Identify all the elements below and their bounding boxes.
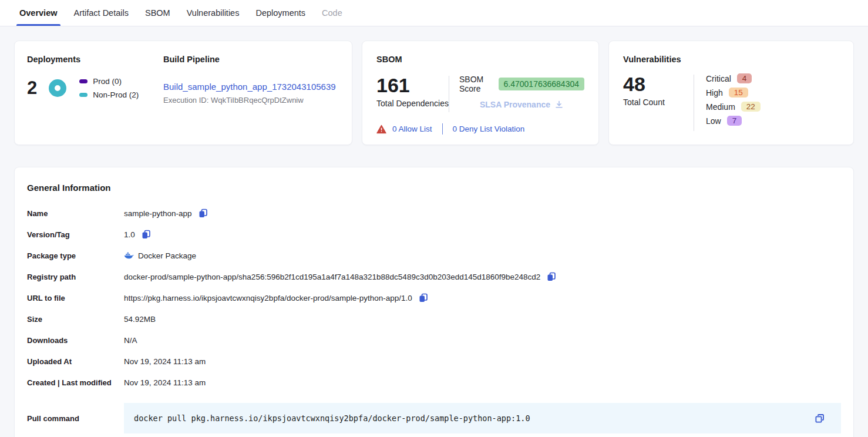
high-count-badge: 15 bbox=[729, 88, 748, 98]
execution-id-text: Execution ID: WqkTiIbBRqecQrpDtZwniw bbox=[163, 96, 336, 105]
package-type-label: Package type bbox=[27, 251, 124, 260]
docker-icon bbox=[124, 251, 133, 260]
uploaded-at-label: Uploaded At bbox=[27, 357, 124, 366]
registry-path-value: docker-prod/sample-python-app/sha256:596… bbox=[124, 273, 540, 281]
copy-icon bbox=[198, 208, 208, 218]
size-value: 54.92MB bbox=[124, 315, 156, 324]
tab-overview[interactable]: Overview bbox=[19, 0, 58, 26]
vulnerabilities-total-count: 48 bbox=[623, 73, 694, 95]
info-row-package-type: Package type Docker Package bbox=[27, 249, 841, 262]
copy-icon bbox=[546, 271, 557, 282]
download-icon bbox=[554, 100, 564, 109]
high-label: High bbox=[706, 88, 723, 98]
copy-outline-icon bbox=[814, 413, 825, 423]
name-value: sample-python-app bbox=[124, 209, 192, 218]
low-label: Low bbox=[706, 116, 721, 126]
slsa-provenance-label: SLSA Provenance bbox=[480, 100, 550, 109]
pull-command-label: Pull command bbox=[27, 414, 124, 423]
general-information-card: General Information Name sample-python-a… bbox=[14, 167, 854, 437]
info-row-created-modified: Created | Last modified Nov 19, 2024 11:… bbox=[27, 376, 841, 389]
sbom-card: SBOM 161 Total Dependencies SBOM Score 6… bbox=[362, 41, 599, 145]
critical-count-badge: 4 bbox=[737, 73, 752, 83]
allow-list-link[interactable]: 0 Allow List bbox=[392, 125, 432, 133]
tab-artifact-details[interactable]: Artifact Details bbox=[73, 0, 129, 26]
pull-command-value: docker pull pkg.harness.io/ikpsjoavtcwxn… bbox=[134, 414, 813, 423]
summary-cards-row: Deployments 2 Prod (0) bbox=[14, 41, 854, 145]
deployments-total-count: 2 bbox=[27, 78, 37, 99]
general-information-title: General Information bbox=[27, 183, 841, 193]
downloads-value: N/A bbox=[124, 336, 137, 345]
downloads-label: Downloads bbox=[27, 336, 124, 345]
prod-legend-label: Prod (0) bbox=[93, 77, 122, 86]
sbom-score-badge: 6.470017636684304 bbox=[499, 78, 584, 90]
version-tag-label: Version/Tag bbox=[27, 230, 124, 239]
info-row-pull-command: Pull command docker pull pkg.harness.io/… bbox=[27, 403, 841, 433]
info-row-url: URL to file https://pkg.harness.io/ikpsj… bbox=[27, 291, 841, 304]
tab-sbom[interactable]: SBOM bbox=[144, 0, 171, 26]
sbom-total-dependencies-label: Total Dependencies bbox=[376, 99, 449, 108]
slsa-provenance-link[interactable]: SLSA Provenance bbox=[459, 100, 584, 109]
uploaded-at-value: Nov 19, 2024 11:13 am bbox=[124, 357, 206, 366]
nonprod-legend-dot bbox=[79, 93, 88, 97]
copy-icon bbox=[141, 229, 152, 240]
artifact-overview-page: Overview Artifact Details SBOM Vulnerabi… bbox=[0, 0, 868, 437]
info-row-registry-path: Registry path docker-prod/sample-python-… bbox=[27, 270, 841, 283]
sbom-total-dependencies-count: 161 bbox=[376, 75, 449, 96]
warning-icon bbox=[376, 125, 386, 134]
deployments-card: Deployments 2 Prod (0) bbox=[14, 41, 352, 145]
severity-row-medium: Medium 22 bbox=[706, 102, 761, 112]
nonprod-legend-label: Non-Prod (2) bbox=[93, 90, 139, 99]
created-modified-value: Nov 19, 2024 11:13 am bbox=[124, 378, 206, 387]
tab-code: Code bbox=[321, 0, 343, 26]
name-label: Name bbox=[27, 209, 124, 218]
build-pipeline-link[interactable]: Build_sample_python_app_1732043105639 bbox=[163, 82, 336, 92]
severity-row-high: High 15 bbox=[706, 88, 761, 98]
copy-url-button[interactable] bbox=[418, 293, 429, 303]
url-to-file-label: URL to file bbox=[27, 294, 124, 302]
version-tag-value: 1.0 bbox=[124, 230, 135, 239]
copy-registry-path-button[interactable] bbox=[546, 271, 557, 282]
info-row-downloads: Downloads N/A bbox=[27, 334, 841, 347]
deployments-card-title: Deployments bbox=[27, 55, 163, 64]
vulnerabilities-total-label: Total Count bbox=[623, 98, 694, 107]
build-pipeline-title: Build Pipeline bbox=[163, 55, 336, 64]
tab-deployments[interactable]: Deployments bbox=[255, 0, 306, 26]
pull-command-box: docker pull pkg.harness.io/ikpsjoavtcwxn… bbox=[124, 403, 841, 433]
tab-bar: Overview Artifact Details SBOM Vulnerabi… bbox=[0, 0, 868, 26]
copy-pull-command-button[interactable] bbox=[814, 413, 825, 423]
severity-row-low: Low 7 bbox=[706, 116, 761, 126]
critical-label: Critical bbox=[706, 74, 731, 83]
severity-row-critical: Critical 4 bbox=[706, 73, 761, 83]
copy-version-button[interactable] bbox=[141, 229, 152, 240]
info-row-name: Name sample-python-app bbox=[27, 207, 841, 220]
deployments-donut-chart bbox=[49, 79, 66, 97]
deny-list-violation-link[interactable]: 0 Deny List Violation bbox=[453, 125, 525, 133]
low-count-badge: 7 bbox=[727, 116, 742, 126]
links-divider bbox=[442, 123, 443, 135]
info-row-size: Size 54.92MB bbox=[27, 312, 841, 325]
prod-legend-dot bbox=[79, 79, 88, 83]
size-label: Size bbox=[27, 315, 124, 324]
medium-label: Medium bbox=[706, 102, 735, 112]
medium-count-badge: 22 bbox=[741, 102, 761, 112]
main-content: Deployments 2 Prod (0) bbox=[0, 26, 868, 437]
copy-name-button[interactable] bbox=[198, 208, 208, 218]
url-to-file-value: https://pkg.harness.io/ikpsjoavtcwxnqisy… bbox=[124, 294, 412, 302]
info-row-uploaded-at: Uploaded At Nov 19, 2024 11:13 am bbox=[27, 355, 841, 368]
vulnerabilities-card: Vulnerabilities 48 Total Count Critical … bbox=[608, 41, 854, 145]
package-type-value: Docker Package bbox=[138, 251, 196, 260]
copy-icon bbox=[418, 293, 429, 303]
vulnerabilities-card-title: Vulnerabilities bbox=[623, 55, 839, 64]
tab-vulnerabilities[interactable]: Vulnerabilities bbox=[186, 0, 240, 26]
created-modified-label: Created | Last modified bbox=[27, 378, 124, 387]
info-row-version: Version/Tag 1.0 bbox=[27, 228, 841, 241]
sbom-score-label: SBOM Score bbox=[459, 75, 493, 93]
sbom-card-title: SBOM bbox=[376, 55, 584, 64]
registry-path-label: Registry path bbox=[27, 273, 124, 281]
